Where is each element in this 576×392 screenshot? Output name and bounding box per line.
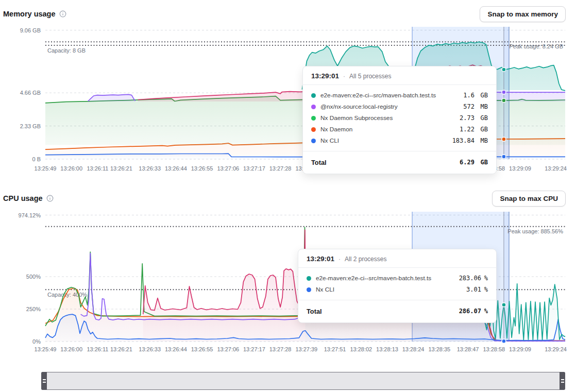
tooltip-row: e2e-maven:e2e-ci--src/maven-batch.test.t… [307,272,488,284]
process-value: 3.01 [454,286,481,293]
x-axis-label: 13:26:44 [165,165,187,172]
y-axis-label: 250% [26,306,41,312]
x-axis-label: 13:27:28 [269,165,292,172]
x-axis-label: 13:28:35 [428,346,450,352]
x-axis-label: 13:25:49 [35,346,57,352]
x-axis-label: 13:26:11 [87,346,108,352]
series-dot [311,139,316,143]
x-axis-label: 13:29:09 [509,165,531,172]
process-value: 183.84 [448,137,475,144]
x-axis-label: 13:29:24 [545,165,567,172]
process-name: e2e-maven:e2e-ci--src/maven-batch.test.t… [316,275,431,282]
divider [298,300,496,300]
memory-section: Memory usage Snap to max memory 9.06 GB4… [0,0,576,175]
brush-handle-right[interactable] [560,372,565,390]
tooltip-separator: · [338,255,341,263]
tooltip-row: e2e-maven:e2e-ci--src/maven-batch.test.t… [311,90,488,101]
process-unit: GB [475,92,488,99]
series-dot [311,105,316,109]
process-unit: GB [475,114,488,122]
memory-tooltip: 13:29:01 · All 5 processes e2e-maven:e2e… [302,66,497,174]
tooltip-time: 13:29:01 [307,255,334,263]
y-axis-label: 500% [26,274,41,280]
hover-marker [502,98,506,103]
timeline-brush-track[interactable] [41,372,565,390]
x-axis-label: 13:27:39 [295,346,317,352]
x-axis-label: 13:26:11 [87,165,108,172]
process-value: 1.22 [448,126,475,133]
tooltip-time: 13:29:01 [311,72,339,80]
total-unit: GB [475,159,488,166]
y-axis-label: 0% [32,338,41,345]
x-axis-label: 13:28:02 [350,346,372,352]
process-unit: GB [475,126,488,133]
x-axis-label: 13:26:33 [139,346,161,352]
total-value: 6.29 [448,159,475,166]
process-name: @nx/nx-source:local-registry [320,103,398,110]
tooltip-row: @nx/nx-source:local-registry 572 MB [311,101,488,112]
divider [303,84,496,85]
divider [298,267,496,268]
cpu-title: CPU usage [3,194,43,202]
cpu-chart-area: 974.12%500%250%0%Capacity: 400%Peak usag… [0,207,576,355]
process-unit: % [481,275,488,282]
peak-label: Peak usage: 8.24 GB [509,43,563,49]
y-axis-label: 2.33 GB [20,123,41,129]
series-dot [311,93,316,98]
cpu-tooltip: 13:29:01 · All 2 processes e2e-maven:e2e… [298,249,497,323]
tooltip-total-row: Total 6.29 GB [311,156,488,168]
cpu-header: CPU usage Snap to max CPU [0,184,576,207]
series-dot [307,287,311,292]
series-dot [311,116,316,121]
x-axis-label: 13:29:24 [545,346,567,352]
tooltip-row: Nx CLI 3.01 % [307,284,488,295]
x-axis-label: 13:29:09 [509,346,531,352]
x-axis-label: 13:26:33 [139,165,161,172]
divider [303,151,496,151]
snap-to-max-memory-button[interactable]: Snap to max memory [480,6,566,22]
total-label: Total [311,159,327,166]
x-axis-label: 13:27:51 [324,346,346,352]
info-icon[interactable] [59,10,66,18]
brush-handle-left[interactable] [41,372,47,390]
x-axis-label: 13:26:55 [191,165,213,172]
hover-marker [502,67,506,72]
y-axis-label: 0 B [32,156,41,162]
snap-to-max-cpu-button[interactable]: Snap to max CPU [492,191,566,207]
x-axis-label: 13:26:00 [60,165,82,172]
x-axis-label: 13:28:58 [483,346,505,352]
y-axis-label: 9.06 GB [20,27,41,33]
series-dot [307,276,311,281]
process-name: Nx CLI [320,137,339,144]
y-axis-label: 974.12% [19,212,41,218]
x-axis-label: 13:27:17 [243,165,265,172]
tooltip-subtitle: All 2 processes [345,255,386,263]
x-axis-label: 13:28:13 [376,346,398,352]
process-value: 572 [448,103,475,110]
info-icon[interactable] [46,195,54,202]
process-name: Nx Daemon [320,126,352,133]
peak-label: Peak usage: 885.56% [507,228,563,234]
tooltip-subtitle: All 5 processes [349,73,391,80]
tooltip-header: 13:29:01 · All 2 processes [307,255,488,263]
capacity-label: Capacity: 8 GB [47,47,86,54]
tooltip-row: Nx CLI 183.84 MB [311,135,488,146]
memory-title: Memory usage [3,10,56,18]
process-unit: MB [475,103,488,110]
y-axis-label: 4.66 GB [20,90,41,96]
tooltip-row: Nx Daemon Subprocesses 2.73 GB [311,112,488,124]
hover-marker [502,339,506,343]
hover-marker [502,90,506,94]
profiler-page: Memory usage Snap to max memory 9.06 GB4… [0,0,576,390]
x-axis-label: 13:26:55 [191,346,213,352]
x-axis-label: 13:27:06 [217,165,239,172]
x-axis-label: 13:26:21 [110,165,132,172]
x-axis-label: 13:25:49 [35,165,57,172]
process-unit: MB [475,137,488,144]
x-axis-label: 13:27:28 [269,346,292,352]
x-axis-label: 13:28:24 [402,346,425,352]
hover-marker [502,155,506,159]
tooltip-header: 13:29:01 · All 5 processes [311,72,488,80]
hover-marker [502,137,506,141]
tooltip-total-row: Total 286.07 % [307,305,488,317]
